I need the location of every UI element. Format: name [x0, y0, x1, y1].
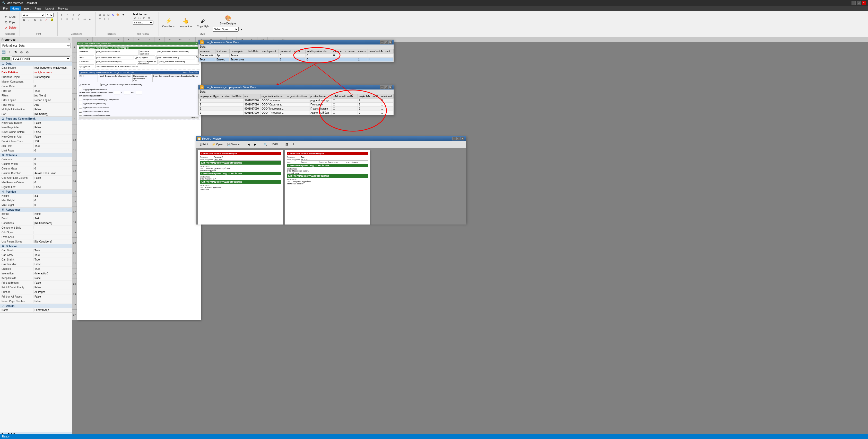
emp-duration-years-input[interactable] — [114, 91, 120, 94]
prop-datarelation[interactable]: Data Relation root_borrowers — [0, 70, 72, 75]
filter-button[interactable]: ⚗ — [13, 49, 18, 55]
col-totalexp[interactable]: totalExperienceIn... — [306, 49, 332, 54]
sort-asc-button[interactable]: ↑ — [7, 49, 12, 55]
panel-close-icon[interactable]: ✕ — [68, 38, 70, 41]
align-bottom-button[interactable]: ⬇ — [71, 13, 76, 17]
view-data-minimize-2[interactable]: ─ — [380, 86, 384, 89]
emp-duration-total-input[interactable] — [136, 91, 142, 94]
border-left-button[interactable]: ⊢ — [107, 17, 112, 21]
full-dropdown[interactable]: FULL [ΠΠ,ΦΠ] — [12, 56, 70, 61]
trim-button[interactable]: ✂ — [137, 16, 142, 20]
col-prevexp[interactable]: previousExperien... — [279, 49, 306, 54]
col-assets[interactable]: assets — [357, 49, 368, 54]
expand-button[interactable]: ⊞ — [147, 16, 151, 20]
style-designer-button[interactable]: 🎨 Style Designer — [213, 13, 244, 26]
border-bottom-button[interactable]: ⊥ — [102, 17, 107, 21]
col-emptype[interactable]: employmentType — [199, 94, 221, 99]
border-color-button[interactable]: A — [111, 13, 115, 17]
markup-button[interactable]: ◻ — [142, 16, 146, 20]
view-data-title-1[interactable]: ⊞ root_borrowers - View Data ─ □ ✕ — [198, 40, 394, 44]
maximize-button[interactable]: □ — [857, 1, 861, 5]
col-firstname[interactable]: firstname — [215, 49, 229, 54]
font-size-select[interactable]: 10 — [46, 13, 54, 18]
viewer-print-button[interactable]: 🖨 Print — [197, 142, 210, 146]
italic-button[interactable]: I — [28, 18, 33, 22]
emp-job-expert-cb[interactable] — [79, 97, 82, 100]
report-viewer-close[interactable]: ✕ — [461, 137, 464, 140]
select-style-more-button[interactable]: ▼ — [239, 28, 244, 31]
emp-job-high-cb[interactable] — [79, 108, 82, 112]
highlight-button[interactable]: A — [50, 18, 55, 22]
close-button[interactable]: ✕ — [862, 1, 866, 5]
border-all-button[interactable]: ⊞ — [98, 13, 102, 17]
table-row[interactable]: Тест Бизнес Технологов 1 0 1 1 4 — [199, 58, 394, 62]
menu-page[interactable]: Page — [33, 6, 43, 10]
menu-home[interactable]: Home — [10, 6, 21, 10]
report-viewer-title[interactable]: 📄 Report - Viewer ─ □ ✕ — [196, 136, 466, 141]
view-data-close-2[interactable]: ✕ — [389, 86, 392, 89]
view-data-title-2[interactable]: ⊞ root_borrowers_employment - View Data … — [198, 85, 394, 90]
copy-style-button[interactable]: 🖌 Copy Style — [195, 15, 211, 30]
col-birthdate[interactable]: birthDate — [247, 49, 261, 54]
interaction-button[interactable]: 👆 Interaction — [178, 15, 193, 30]
table-row[interactable]: 2 9701037090 ООО "Саратов у... Помощник … — [199, 103, 394, 107]
col-surname[interactable]: surname — [199, 49, 215, 54]
menu-insert[interactable]: Insert — [21, 6, 33, 10]
border-fill-button[interactable]: 🎨 — [115, 13, 121, 17]
bold-button[interactable]: B — [22, 18, 27, 22]
emp-job-leader-cb[interactable] — [79, 101, 82, 104]
vertical-text-button[interactable]: ⟳ — [77, 13, 82, 17]
word-wrap-button[interactable]: ↵ — [133, 16, 137, 20]
copy-button[interactable]: ⧉ Copy — [3, 20, 18, 25]
table-row[interactable]: 2 9701037090 ООО "тольятти ... рядовой с… — [199, 99, 394, 103]
col-income[interactable]: income — [332, 49, 344, 54]
viewer-open-button[interactable]: 📂 Open — [211, 142, 224, 146]
cut-button[interactable]: ✂ X Cut — [3, 14, 18, 20]
justify-button[interactable]: ≡ — [77, 17, 82, 21]
col-patronymic[interactable]: patronymic — [229, 49, 247, 54]
select-style-dropdown[interactable]: Select Style — [213, 27, 239, 32]
border-right-button[interactable]: ⊣ — [112, 17, 117, 21]
col-contractend[interactable]: contractEndDate — [221, 94, 243, 99]
align-left-button[interactable]: ≡ — [60, 17, 65, 21]
col-ownsbankaccount[interactable]: ownsBankAccount — [368, 49, 393, 54]
col-orgform[interactable]: organizationForm — [286, 94, 309, 99]
report-viewer-maximize[interactable]: □ — [456, 137, 460, 140]
table-row[interactable]: 2 9701037090 ООО "Московка ... Главный г… — [199, 107, 394, 111]
strikethrough-button[interactable]: S̶ — [39, 18, 44, 22]
viewer-save-button[interactable]: 💾 Save ▼ — [225, 142, 242, 146]
border-more-button[interactable]: ▼ — [121, 13, 126, 17]
menu-layout[interactable]: Layout — [43, 6, 56, 10]
border-outside-button[interactable]: □ — [102, 13, 106, 17]
viewer-layout-button[interactable]: 🖼 — [284, 142, 290, 146]
align-right-button[interactable]: ≡ — [71, 17, 76, 21]
view-data-maximize-2[interactable]: □ — [384, 86, 388, 89]
view-data-maximize-1[interactable]: □ — [384, 40, 388, 44]
canvas-area[interactable]: 1 2 3 4 5 6 7 8 9 10 11 12 13 14 15 16 1… — [72, 37, 868, 439]
viewer-zoom-button[interactable]: 🔍 — [262, 142, 269, 146]
viewer-help-button[interactable]: ? — [291, 142, 296, 146]
menu-file[interactable]: File — [1, 6, 10, 10]
align-middle-button[interactable]: ⬌ — [65, 13, 70, 17]
border-top-button[interactable]: ⊤ — [98, 17, 102, 21]
sort-alpha-button[interactable]: 🔤 — [1, 49, 6, 55]
align-top-button[interactable]: ⬆ — [60, 13, 65, 17]
col-expense[interactable]: expense — [344, 49, 357, 54]
emp-job-elected-cb[interactable] — [79, 112, 82, 116]
font-color-button[interactable]: A — [44, 18, 50, 22]
indent-button[interactable]: ⇥ — [82, 17, 88, 21]
settings-button[interactable]: ⚙ — [19, 49, 24, 55]
border-inside-button[interactable]: ⊡ — [106, 13, 111, 17]
report-viewer-minimize[interactable]: ─ — [452, 137, 456, 140]
viewer-prev-button[interactable]: ◀ — [246, 142, 251, 146]
underline-button[interactable]: U — [33, 18, 38, 22]
menu-preview[interactable]: Preview — [56, 6, 70, 10]
minimize-button[interactable]: ─ — [851, 1, 856, 5]
gear2-button[interactable]: ⚙ — [25, 49, 30, 55]
conditions-button[interactable]: ⚡ Conditions — [161, 15, 176, 30]
view-data-minimize-1[interactable]: ─ — [380, 40, 384, 44]
col-relationid[interactable]: relationId — [380, 94, 394, 99]
col-posname[interactable]: positionName — [309, 94, 332, 99]
col-isaddress[interactable]: isAddressEqualAc... — [332, 94, 358, 99]
col-inn2[interactable]: inn — [243, 94, 260, 99]
